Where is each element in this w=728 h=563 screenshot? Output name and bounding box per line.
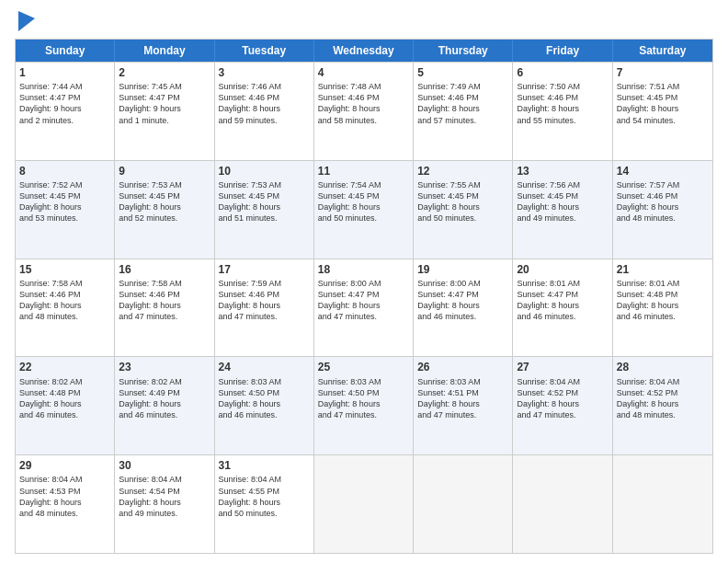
day-cell: 28Sunrise: 8:04 AMSunset: 4:52 PMDayligh… — [613, 357, 712, 454]
calendar-row: 8Sunrise: 7:52 AMSunset: 4:45 PMDaylight… — [16, 160, 712, 259]
day-info-line: and 47 minutes. — [517, 409, 608, 420]
day-cell: 12Sunrise: 7:55 AMSunset: 4:45 PMDayligh… — [414, 161, 513, 259]
day-number: 31 — [219, 458, 310, 473]
weekday-header: Friday — [513, 40, 612, 62]
weekday-header: Monday — [115, 40, 214, 62]
day-cell: 7Sunrise: 7:51 AMSunset: 4:45 PMDaylight… — [613, 63, 712, 160]
day-info-line: Sunset: 4:46 PM — [219, 92, 310, 103]
day-info-line: Sunset: 4:45 PM — [517, 190, 608, 201]
day-cell: 5Sunrise: 7:49 AMSunset: 4:46 PMDaylight… — [414, 63, 513, 160]
day-info-line: Sunrise: 8:03 AM — [219, 376, 310, 387]
day-info-line: Sunrise: 8:04 AM — [19, 474, 110, 485]
day-cell: 22Sunrise: 8:02 AMSunset: 4:48 PMDayligh… — [16, 357, 115, 454]
page: SundayMondayTuesdayWednesdayThursdayFrid… — [0, 0, 728, 563]
day-cell: 10Sunrise: 7:53 AMSunset: 4:45 PMDayligh… — [215, 161, 314, 259]
day-info-line: Sunset: 4:46 PM — [19, 289, 110, 300]
day-number: 29 — [19, 458, 110, 473]
day-number: 12 — [417, 164, 508, 178]
day-info-line: and 51 minutes. — [219, 213, 310, 224]
day-info-line: Sunset: 4:55 PM — [219, 486, 310, 497]
day-cell: 4Sunrise: 7:48 AMSunset: 4:46 PMDaylight… — [314, 63, 414, 160]
day-cell: 19Sunrise: 8:00 AMSunset: 4:47 PMDayligh… — [414, 259, 513, 357]
day-info-line: Sunrise: 8:04 AM — [517, 376, 608, 387]
day-cell: 27Sunrise: 8:04 AMSunset: 4:52 PMDayligh… — [513, 357, 612, 454]
calendar-row: 22Sunrise: 8:02 AMSunset: 4:48 PMDayligh… — [16, 356, 712, 454]
day-info-line: Daylight: 8 hours — [19, 300, 110, 311]
day-number: 2 — [119, 65, 210, 80]
calendar-row: 29Sunrise: 8:04 AMSunset: 4:53 PMDayligh… — [16, 454, 712, 553]
header — [15, 11, 713, 31]
day-info-line: and 46 minutes. — [417, 311, 508, 322]
day-info-line: and 47 minutes. — [219, 311, 310, 322]
day-info-line: Daylight: 8 hours — [617, 201, 709, 213]
day-info-line: Sunrise: 8:04 AM — [617, 376, 709, 387]
day-number: 9 — [119, 164, 210, 178]
day-info-line: Daylight: 8 hours — [19, 201, 110, 213]
day-number: 18 — [318, 262, 409, 277]
day-cell: 8Sunrise: 7:52 AMSunset: 4:45 PMDaylight… — [16, 161, 115, 259]
day-info-line: Sunrise: 8:02 AM — [119, 376, 210, 387]
day-number: 25 — [318, 360, 409, 374]
day-cell: 29Sunrise: 8:04 AMSunset: 4:53 PMDayligh… — [16, 455, 115, 553]
day-number: 6 — [517, 65, 608, 80]
day-info-line: and 46 minutes. — [119, 409, 210, 420]
day-cell: 25Sunrise: 8:03 AMSunset: 4:50 PMDayligh… — [314, 357, 414, 454]
weekday-header: Thursday — [414, 40, 513, 62]
day-info-line: Sunset: 4:49 PM — [119, 387, 210, 398]
day-info-line: and 46 minutes. — [19, 409, 110, 420]
day-info-line: Sunset: 4:46 PM — [617, 190, 709, 201]
day-cell: 23Sunrise: 8:02 AMSunset: 4:49 PMDayligh… — [115, 357, 214, 454]
day-info-line: Daylight: 8 hours — [119, 497, 210, 508]
day-info-line: Daylight: 8 hours — [219, 300, 310, 311]
day-cell: 15Sunrise: 7:58 AMSunset: 4:46 PMDayligh… — [16, 259, 115, 357]
day-info-line: Daylight: 8 hours — [318, 103, 409, 114]
day-info-line: Sunrise: 7:56 AM — [517, 179, 608, 190]
day-cell: 20Sunrise: 8:01 AMSunset: 4:47 PMDayligh… — [513, 259, 612, 357]
day-info-line: Sunset: 4:45 PM — [617, 92, 709, 103]
day-cell: 1Sunrise: 7:44 AMSunset: 4:47 PMDaylight… — [16, 63, 115, 160]
day-info-line: and 46 minutes. — [617, 311, 709, 322]
day-number: 30 — [119, 458, 210, 473]
day-cell: 3Sunrise: 7:46 AMSunset: 4:46 PMDaylight… — [215, 63, 314, 160]
day-info-line: Daylight: 8 hours — [219, 497, 310, 508]
day-info-line: Sunrise: 8:03 AM — [318, 376, 409, 387]
day-number: 21 — [617, 262, 709, 277]
day-info-line: and 48 minutes. — [617, 213, 709, 224]
day-info-line: Sunset: 4:47 PM — [517, 289, 608, 300]
day-info-line: and 47 minutes. — [318, 311, 409, 322]
calendar-row: 15Sunrise: 7:58 AMSunset: 4:46 PMDayligh… — [16, 259, 712, 357]
day-number: 1 — [19, 65, 110, 80]
day-info-line: and 50 minutes. — [318, 213, 409, 224]
day-info-line: Sunrise: 8:00 AM — [318, 278, 409, 289]
day-info-line: Sunrise: 7:44 AM — [19, 81, 110, 92]
day-info-line: Sunrise: 7:45 AM — [119, 81, 210, 92]
empty-cell — [513, 455, 612, 553]
day-number: 24 — [219, 360, 310, 374]
day-info-line: and 58 minutes. — [318, 115, 409, 126]
calendar-header: SundayMondayTuesdayWednesdayThursdayFrid… — [16, 40, 712, 62]
day-info-line: Sunrise: 7:55 AM — [417, 179, 508, 190]
day-info-line: Daylight: 8 hours — [417, 300, 508, 311]
day-info-line: and 1 minute. — [119, 115, 210, 126]
day-info-line: Sunrise: 7:46 AM — [219, 81, 310, 92]
day-cell: 31Sunrise: 8:04 AMSunset: 4:55 PMDayligh… — [215, 455, 314, 553]
empty-cell — [314, 455, 414, 553]
day-info-line: Daylight: 8 hours — [318, 300, 409, 311]
day-info-line: and 57 minutes. — [417, 115, 508, 126]
day-info-line: and 47 minutes. — [119, 311, 210, 322]
day-number: 10 — [219, 164, 310, 178]
day-info-line: Sunset: 4:47 PM — [19, 92, 110, 103]
day-info-line: and 55 minutes. — [517, 115, 608, 126]
day-info-line: Sunset: 4:53 PM — [19, 486, 110, 497]
day-number: 11 — [318, 164, 409, 178]
day-info-line: Sunset: 4:46 PM — [318, 92, 409, 103]
day-info-line: Daylight: 8 hours — [617, 398, 709, 409]
day-number: 4 — [318, 65, 409, 80]
day-number: 28 — [617, 360, 709, 374]
day-info-line: Sunrise: 8:03 AM — [417, 376, 508, 387]
day-info-line: Daylight: 8 hours — [119, 398, 210, 409]
day-cell: 24Sunrise: 8:03 AMSunset: 4:50 PMDayligh… — [215, 357, 314, 454]
day-cell: 14Sunrise: 7:57 AMSunset: 4:46 PMDayligh… — [613, 161, 712, 259]
day-info-line: Sunset: 4:47 PM — [119, 92, 210, 103]
day-info-line: Sunset: 4:45 PM — [417, 190, 508, 201]
